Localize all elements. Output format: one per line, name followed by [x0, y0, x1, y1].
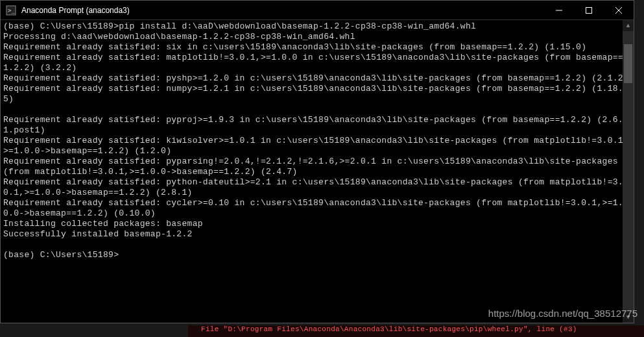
scrollbar-track[interactable]: [623, 31, 634, 312]
maximize-button[interactable]: [574, 1, 604, 19]
background-error-line: File "D:\Program Files\Anaconda\Anaconda…: [188, 325, 644, 337]
output-line: Requirement already satisfied: kiwisolve…: [3, 136, 628, 156]
output-line: Requirement already satisfied: numpy>=1.…: [3, 84, 623, 104]
prompt-line: (base) C:\Users\15189>pip install d:\aaD…: [3, 21, 476, 31]
output-line: Requirement already satisfied: pyproj>=1…: [3, 115, 623, 135]
app-icon: >_: [6, 5, 16, 16]
titlebar[interactable]: >_ Anaconda Prompt (anaconda3): [1, 1, 634, 20]
output-line: Requirement already satisfied: matplotli…: [3, 53, 623, 73]
output-line: Processing d:\aad\webdownload\basemap-1.…: [3, 32, 355, 42]
close-button[interactable]: [604, 1, 634, 19]
output-line: Successfully installed basemap-1.2.2: [3, 229, 193, 239]
window-controls: [544, 1, 634, 19]
scrollbar-thumb[interactable]: [624, 44, 632, 83]
terminal-body[interactable]: (base) C:\Users\15189>pip install d:\aaD…: [1, 20, 634, 323]
terminal-window: >_ Anaconda Prompt (anaconda3) (base) C:…: [0, 0, 634, 323]
output-line: Requirement already satisfied: pyparsing…: [3, 156, 623, 177]
svg-text:>_: >_: [8, 7, 15, 14]
output-line: Requirement already satisfied: pyshp>=1.…: [3, 73, 628, 83]
output-line: Requirement already satisfied: six in c:…: [3, 42, 586, 52]
svg-rect-3: [586, 7, 592, 13]
window-title: Anaconda Prompt (anaconda3): [21, 6, 544, 15]
scroll-up-icon[interactable]: ▲: [623, 20, 634, 31]
terminal-output: (base) C:\Users\15189>pip install d:\aaD…: [3, 21, 631, 260]
output-line: Installing collected packages: basemap: [3, 219, 203, 229]
output-line: Requirement already satisfied: python-da…: [3, 177, 623, 197]
minimize-button[interactable]: [544, 1, 574, 19]
vertical-scrollbar[interactable]: ▲ ▼: [623, 20, 634, 323]
prompt-line: (base) C:\Users\15189>: [3, 250, 119, 260]
output-line: Requirement already satisfied: cycler>=0…: [3, 198, 623, 218]
scroll-down-icon[interactable]: ▼: [623, 312, 634, 323]
